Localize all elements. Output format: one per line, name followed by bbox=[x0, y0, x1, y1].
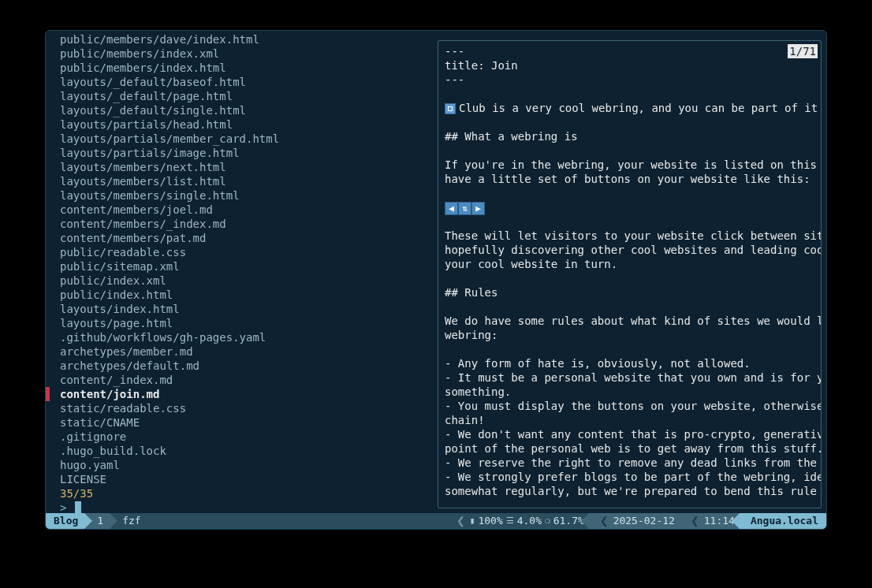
preview-line: ◀⇅▶ bbox=[445, 200, 814, 214]
preview-line bbox=[445, 143, 814, 158]
fzf-prompt[interactable]: > bbox=[60, 501, 438, 513]
preview-line: - It must be a personal website that you… bbox=[445, 370, 814, 385]
file-item[interactable]: layouts/members/next.html bbox=[60, 160, 438, 174]
file-item[interactable]: public/members/dave/index.html bbox=[60, 32, 438, 47]
file-item[interactable]: layouts/partials/head.html bbox=[60, 117, 438, 132]
file-item[interactable]: content/members/pat.md bbox=[60, 231, 438, 245]
file-item[interactable]: public/members/index.html bbox=[60, 61, 438, 75]
preview-line bbox=[445, 271, 814, 285]
file-item[interactable]: layouts/members/list.html bbox=[60, 174, 438, 188]
file-item[interactable]: layouts/_default/page.html bbox=[60, 89, 438, 103]
file-item[interactable]: static/CNAME bbox=[60, 415, 438, 430]
file-item[interactable]: content/_index.md bbox=[60, 373, 438, 387]
preview-line: Club is a very cool webring, and you can… bbox=[445, 101, 814, 115]
preview-line: something. bbox=[445, 385, 814, 399]
tmux-statusbar: Blog 1 fzf ❮ ▮ 100% ☰ 4.0% ❍ 61.7% ❮ 202… bbox=[46, 513, 826, 529]
arrow-right-icon: ▶ bbox=[471, 202, 485, 215]
status-system: ❮ ▮ 100% ☰ 4.0% ❍ 61.7% bbox=[450, 513, 589, 529]
preview-line bbox=[445, 115, 814, 129]
load-value: 4.0% bbox=[517, 514, 542, 528]
preview-line: ## Rules bbox=[445, 285, 814, 300]
preview-line: - We don't want any content that is pro-… bbox=[445, 427, 814, 441]
preview-line bbox=[445, 214, 814, 229]
preview-position-badge: 1/71 bbox=[788, 44, 818, 58]
preview-line: webring: bbox=[445, 328, 814, 342]
preview-line: - We reserve the right to remove any dea… bbox=[445, 456, 814, 470]
file-item[interactable]: layouts/page.html bbox=[60, 316, 438, 330]
preview-line: hopefully discovering other cool website… bbox=[445, 243, 814, 257]
file-item[interactable]: .hugo_build.lock bbox=[60, 444, 438, 458]
memory-icon: ❍ bbox=[545, 514, 550, 528]
file-item[interactable]: public/members/index.xml bbox=[60, 47, 438, 61]
content-area: public/members/dave/index.htmlpublic/mem… bbox=[46, 31, 826, 513]
preview-line: your cool website in turn. bbox=[445, 257, 814, 271]
preview-line: - We strongly prefer blogs to be part of… bbox=[445, 470, 814, 484]
memory-value: 61.7% bbox=[553, 514, 584, 528]
preview-line: These will let visitors to your website … bbox=[445, 229, 814, 243]
battery-value: 100% bbox=[478, 514, 502, 528]
file-item[interactable]: static/readable.css bbox=[60, 401, 438, 415]
arrow-updown-icon: ⇅ bbox=[458, 202, 471, 215]
preview-line: --- bbox=[445, 73, 814, 87]
cpu-icon: ☰ bbox=[506, 514, 514, 528]
terminal-window: public/members/dave/index.htmlpublic/mem… bbox=[45, 30, 827, 530]
status-session[interactable]: Blog bbox=[46, 513, 84, 529]
file-item[interactable]: content/join.md bbox=[60, 387, 438, 401]
arrow-left-icon: ◀ bbox=[445, 202, 458, 215]
cursor bbox=[75, 501, 81, 513]
preview-line: --- bbox=[445, 44, 814, 58]
file-item[interactable]: LICENSE bbox=[60, 472, 438, 486]
file-item[interactable]: layouts/index.html bbox=[60, 302, 438, 316]
file-item[interactable]: archetypes/default.md bbox=[60, 359, 438, 373]
fzf-counter: 35/35 bbox=[60, 486, 438, 501]
status-time: ❮ 11:14 bbox=[680, 513, 740, 529]
file-item[interactable]: hugo.yaml bbox=[60, 458, 438, 472]
preview-line bbox=[445, 87, 814, 101]
status-date: ❮ 2025-02-12 bbox=[589, 513, 680, 529]
preview-line: chain! bbox=[445, 413, 814, 427]
file-item[interactable]: public/index.xml bbox=[60, 274, 438, 288]
preview-line bbox=[445, 342, 814, 356]
file-item[interactable]: content/members/joel.md bbox=[60, 203, 438, 217]
file-item[interactable]: public/readable.css bbox=[60, 245, 438, 259]
preview-line bbox=[445, 186, 814, 200]
preview-line: If you're in the webring, your website i… bbox=[445, 158, 814, 172]
file-item[interactable]: layouts/members/single.html bbox=[60, 188, 438, 203]
file-item[interactable]: layouts/_default/single.html bbox=[60, 103, 438, 117]
preview-line bbox=[445, 300, 814, 314]
preview-line: ## What a webring is bbox=[445, 129, 814, 143]
file-item[interactable]: layouts/_default/baseof.html bbox=[60, 75, 438, 89]
preview-line: We do have some rules about what kind of… bbox=[445, 314, 814, 328]
preview-line: point of the personal web is to get away… bbox=[445, 441, 814, 456]
preview-line: have a little set of buttons on your web… bbox=[445, 172, 814, 186]
file-item[interactable]: .gitignore bbox=[60, 430, 438, 444]
file-item[interactable]: .github/workflows/gh-pages.yaml bbox=[60, 330, 438, 344]
floppy-disk-icon bbox=[445, 103, 456, 114]
file-item[interactable]: content/members/_index.md bbox=[60, 217, 438, 231]
file-item[interactable]: archetypes/member.md bbox=[60, 344, 438, 359]
fzf-preview-pane[interactable]: 1/71 ---title: Join--- Club is a very co… bbox=[438, 40, 822, 508]
webring-nav-icons: ◀⇅▶ bbox=[445, 202, 485, 214]
preview-line: - You must display the buttons on your w… bbox=[445, 399, 814, 413]
preview-line: somewhat regularly, but we're prepared t… bbox=[445, 484, 814, 498]
status-hostname: Angua.local bbox=[740, 513, 826, 529]
preview-line: - Any form of hate is, obviously, not al… bbox=[445, 356, 814, 370]
file-item[interactable]: public/sitemap.xml bbox=[60, 259, 438, 274]
preview-line: title: Join bbox=[445, 58, 814, 73]
battery-icon: ▮ bbox=[470, 514, 475, 528]
fzf-file-list[interactable]: public/members/dave/index.htmlpublic/mem… bbox=[46, 31, 438, 513]
file-item[interactable]: public/index.html bbox=[60, 288, 438, 302]
file-item[interactable]: layouts/partials/image.html bbox=[60, 146, 438, 160]
file-item[interactable]: layouts/partials/member_card.html bbox=[60, 132, 438, 146]
